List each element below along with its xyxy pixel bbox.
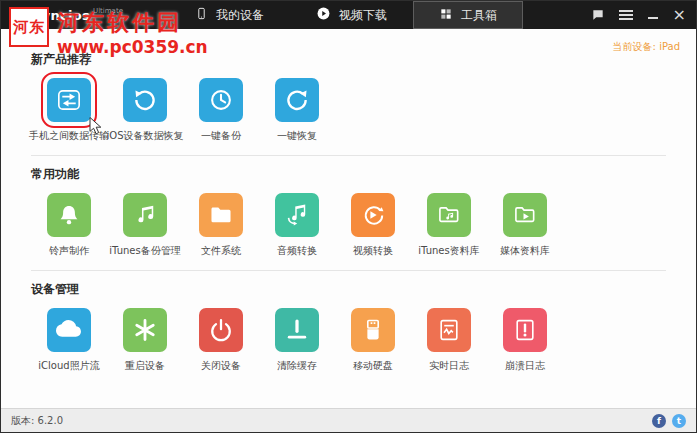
titlebar-controls: × (591, 1, 688, 29)
usb-icon (351, 308, 395, 352)
tool-ios-data-recovery[interactable]: iOS设备数据恢复 (107, 78, 183, 143)
bell-icon (47, 193, 91, 237)
facebook-icon[interactable]: f (652, 414, 666, 428)
cloud-icon (47, 308, 91, 352)
tool-label: iTunes资料库 (418, 244, 479, 258)
twitter-icon[interactable]: t (672, 414, 686, 428)
brand: S Syncios Ultimate (9, 1, 123, 29)
brand-name: Syncios (32, 8, 90, 23)
transfer-arrows-icon (47, 78, 91, 122)
tool-label: 音频转换 (277, 244, 317, 258)
audio-convert-icon (275, 193, 319, 237)
play-icon (316, 6, 331, 24)
section-common-functions: 常用功能铃声制作iTunes备份管理文件系统音频转换视频转换iTunes资料库媒… (31, 166, 666, 258)
tab-label: 工具箱 (461, 7, 497, 24)
tab-label: 我的设备 (216, 7, 264, 24)
tool-label: 实时日志 (429, 359, 469, 373)
tool-mobile-disk[interactable]: 移动硬盘 (335, 308, 411, 373)
section-divider (31, 270, 666, 271)
asterisk-icon (123, 308, 167, 352)
log-pulse-icon (427, 308, 471, 352)
tool-row: 铃声制作iTunes备份管理文件系统音频转换视频转换iTunes资料库媒体资料库 (31, 193, 666, 258)
title-bar: S Syncios Ultimate 我的设备 视频下载 工具箱 × (1, 1, 696, 29)
feedback-bubble-icon[interactable] (591, 8, 605, 22)
tool-label: 崩溃日志 (505, 359, 545, 373)
tab-video-download[interactable]: 视频下载 (290, 1, 413, 29)
folder-play-icon (503, 193, 547, 237)
section-title: 常用功能 (31, 166, 666, 183)
tool-video-converter[interactable]: 视频转换 (335, 193, 411, 258)
tool-sections: 新产品推荐手机之间数据传输iOS设备数据恢复一键备份一键恢复常用功能铃声制作iT… (31, 51, 666, 373)
section-divider (31, 155, 666, 156)
data-recovery-icon (123, 78, 167, 122)
backup-clock-icon (199, 78, 243, 122)
tool-itunes-library[interactable]: iTunes资料库 (411, 193, 487, 258)
tool-label: iOS设备数据恢复 (107, 129, 184, 143)
tool-label: iTunes备份管理 (109, 244, 180, 258)
tab-toolbox[interactable]: 工具箱 (413, 1, 523, 29)
status-bar: 版本: 6.2.0 f t (1, 408, 696, 432)
tool-itunes-backup-manager[interactable]: iTunes备份管理 (107, 193, 183, 258)
section-device-management: 设备管理iCloud照片流重启设备关闭设备清除缓存移动硬盘实时日志崩溃日志 (31, 281, 666, 373)
tool-icloud-photo-stream[interactable]: iCloud照片流 (31, 308, 107, 373)
tool-media-library[interactable]: 媒体资料库 (487, 193, 563, 258)
tool-phone-data-transfer[interactable]: 手机之间数据传输 (31, 78, 107, 143)
tool-label: 铃声制作 (49, 244, 89, 258)
tool-label: 关闭设备 (201, 359, 241, 373)
tool-restart-device[interactable]: 重启设备 (107, 308, 183, 373)
tool-label: iCloud照片流 (38, 359, 99, 373)
menu-icon[interactable] (619, 9, 633, 21)
power-icon (199, 308, 243, 352)
tool-one-key-restore[interactable]: 一键恢复 (259, 78, 335, 143)
minimize-button[interactable] (647, 9, 659, 21)
current-device-label: 当前设备: iPad (613, 40, 680, 54)
brand-edition: Ultimate (93, 7, 123, 15)
tool-label: 手机之间数据传输 (29, 129, 109, 143)
tool-label: 重启设备 (125, 359, 165, 373)
tool-shutdown-device[interactable]: 关闭设备 (183, 308, 259, 373)
folder-icon (199, 193, 243, 237)
log-alert-icon (503, 308, 547, 352)
tool-label: 一键恢复 (277, 129, 317, 143)
main-nav: 我的设备 视频下载 工具箱 (169, 1, 523, 29)
tool-realtime-log[interactable]: 实时日志 (411, 308, 487, 373)
tool-label: 视频转换 (353, 244, 393, 258)
toolbox-content: 新产品推荐手机之间数据传输iOS设备数据恢复一键备份一键恢复常用功能铃声制作iT… (1, 29, 696, 408)
syncios-logo-icon: S (9, 7, 26, 24)
tool-file-system[interactable]: 文件系统 (183, 193, 259, 258)
tool-row: 手机之间数据传输iOS设备数据恢复一键备份一键恢复 (31, 78, 666, 143)
tool-label: 清除缓存 (277, 359, 317, 373)
section-new-products: 新产品推荐手机之间数据传输iOS设备数据恢复一键备份一键恢复 (31, 51, 666, 143)
music-note-icon (123, 193, 167, 237)
tool-ringtone-maker[interactable]: 铃声制作 (31, 193, 107, 258)
video-convert-icon (351, 193, 395, 237)
eject-icon (275, 308, 319, 352)
tool-one-key-backup[interactable]: 一键备份 (183, 78, 259, 143)
version-label: 版本: 6.2.0 (11, 414, 63, 428)
folder-music-icon (427, 193, 471, 237)
restore-arrow-icon (275, 78, 319, 122)
social-links: f t (652, 414, 686, 428)
grid-icon (439, 7, 453, 24)
tool-clear-cache[interactable]: 清除缓存 (259, 308, 335, 373)
syncios-window: S Syncios Ultimate 我的设备 视频下载 工具箱 × (0, 0, 697, 433)
tool-label: 文件系统 (201, 244, 241, 258)
tool-label: 一键备份 (201, 129, 241, 143)
tool-label: 媒体资料库 (500, 244, 550, 258)
tool-crash-log[interactable]: 崩溃日志 (487, 308, 563, 373)
tool-row: iCloud照片流重启设备关闭设备清除缓存移动硬盘实时日志崩溃日志 (31, 308, 666, 373)
close-button[interactable]: × (673, 7, 686, 23)
tab-label: 视频下载 (339, 7, 387, 24)
tab-my-devices[interactable]: 我的设备 (169, 1, 290, 29)
phone-icon (195, 7, 208, 23)
tool-label: 移动硬盘 (353, 359, 393, 373)
section-title: 新产品推荐 (31, 51, 666, 68)
section-title: 设备管理 (31, 281, 666, 298)
tool-audio-converter[interactable]: 音频转换 (259, 193, 335, 258)
